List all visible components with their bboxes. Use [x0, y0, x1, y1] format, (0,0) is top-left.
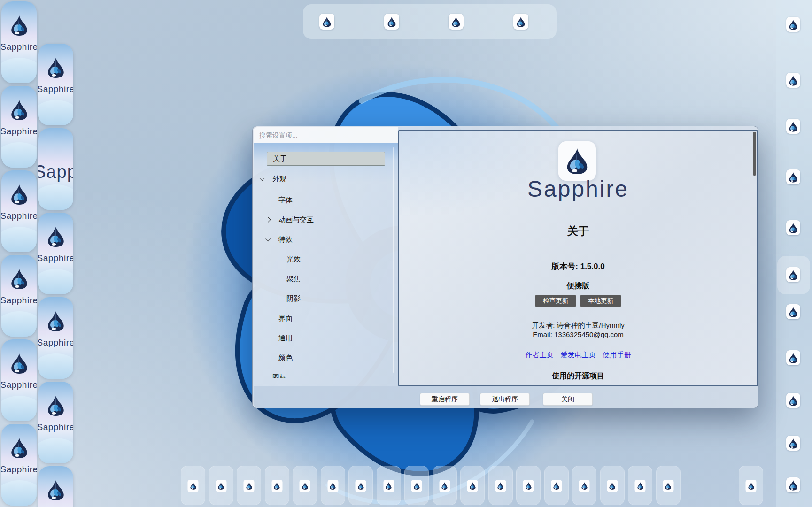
sapphire-dock-icon[interactable]: [786, 393, 800, 408]
tile-wave: [1, 311, 37, 337]
sapphire-dock-icon[interactable]: [786, 304, 800, 319]
sapphire-dock-tile[interactable]: [739, 466, 763, 505]
sapphire-dock-icon[interactable]: [786, 169, 800, 184]
tile-wave: [38, 100, 73, 125]
sapphire-dock-tile[interactable]: [544, 466, 569, 505]
sapphire-dock-tile[interactable]: [209, 466, 233, 505]
sapphire-dock-icon[interactable]: [786, 477, 800, 492]
desktop-tile[interactable]: Sapphire: [38, 297, 73, 379]
sapphire-drop-icon: [788, 307, 798, 317]
sidebar-item-icons[interactable]: 图标: [254, 371, 398, 378]
user-manual-link[interactable]: 使用手册: [603, 351, 631, 360]
tile-wave: [38, 184, 73, 210]
sapphire-dock-icon[interactable]: [786, 220, 800, 235]
desktop-tile[interactable]: Sapphire: [1, 339, 37, 421]
sapphire-dock-tile[interactable]: [181, 466, 205, 505]
edition-text: 便携版: [399, 281, 757, 291]
sapphire-dock-icon[interactable]: [786, 267, 800, 282]
desktop-tile[interactable]: Sapphire: [1, 170, 37, 252]
sidebar-scrollbar[interactable]: [393, 147, 394, 373]
sidebar-item-interface[interactable]: 界面: [254, 312, 398, 325]
about-content: Sapphire 关于 版本号: 1.5.0.0 便携版 检查更新 本地更新 开…: [399, 131, 757, 385]
window-footer: 重启程序 退出程序 关闭: [254, 386, 758, 408]
tile-label: Sapphire: [1, 42, 37, 52]
sidebar-item-animation[interactable]: 动画与交互: [254, 213, 398, 226]
sidebar-item-light-effects[interactable]: 光效: [254, 253, 398, 266]
desktop-tile[interactable]: Sapphire: [1, 86, 37, 168]
chevron-down-icon[interactable]: [259, 176, 264, 181]
desktop-tile[interactable]: Sapphire: [1, 424, 37, 506]
sapphire-dock-icon[interactable]: [786, 436, 800, 451]
sapphire-dock-tile[interactable]: [600, 466, 625, 505]
sapphire-dock-icon[interactable]: [384, 14, 399, 30]
sapphire-dock-tile[interactable]: [377, 466, 401, 505]
tile-label: Sapphire: [1, 380, 37, 390]
sapphire-dock-tile[interactable]: [656, 466, 681, 505]
author-homepage-link[interactable]: 作者主页: [526, 351, 554, 360]
desktop-tile[interactable]: Sapphire: [38, 382, 73, 463]
sidebar-item-focus[interactable]: 聚焦: [254, 272, 398, 285]
sapphire-dock-tile[interactable]: [348, 466, 373, 505]
sidebar-item-appearance[interactable]: 外观: [254, 172, 398, 185]
sapphire-dock-tile[interactable]: [572, 466, 596, 505]
close-button[interactable]: 关闭: [543, 393, 593, 406]
panel-scrollbar-thumb[interactable]: [753, 132, 756, 176]
sapphire-dock-icon: [244, 480, 255, 492]
email-line: Email: 1336325450@qq.com: [399, 330, 757, 339]
desktop-tile[interactable]: Sapphire: [38, 466, 73, 507]
sidebar-item-effects[interactable]: 特效: [254, 233, 398, 246]
sapphire-dock-icon: [356, 480, 366, 492]
sapphire-dock-tile[interactable]: [404, 466, 429, 505]
sidebar-item-font[interactable]: 字体: [254, 193, 398, 207]
sapphire-dock-icon: [411, 480, 422, 492]
chevron-right-icon[interactable]: [265, 217, 271, 222]
sapphire-dock-icon: [327, 480, 338, 492]
sapphire-dock-tile[interactable]: [628, 466, 652, 505]
sapphire-dock-icon[interactable]: [449, 14, 464, 30]
sapphire-dock-tile[interactable]: [433, 466, 457, 505]
tile-wave: [1, 227, 37, 252]
sapphire-dock-icon: [300, 480, 310, 492]
desktop-tile-zoomed[interactable]: Sapp: [38, 128, 73, 210]
sapphire-dock-tile[interactable]: [237, 466, 261, 505]
local-update-button[interactable]: 本地更新: [580, 295, 621, 307]
sapphire-dock-tile[interactable]: [293, 466, 317, 505]
sapphire-drop-icon: [609, 482, 616, 490]
sidebar-item-shadow[interactable]: 阴影: [254, 292, 398, 305]
sidebar-item-colors[interactable]: 颜色: [254, 351, 398, 364]
sapphire-drop-icon: [636, 482, 644, 490]
check-update-button[interactable]: 检查更新: [535, 295, 576, 307]
desktop-tile[interactable]: Sapphire: [1, 255, 37, 337]
sapphire-dock-tile[interactable]: [265, 466, 289, 505]
search-input[interactable]: [254, 127, 398, 143]
afdian-homepage-link[interactable]: 爱发电主页: [561, 351, 596, 360]
sapphire-dock-tile[interactable]: [488, 466, 513, 505]
desktop-tile[interactable]: Sapphire: [38, 44, 73, 125]
sapphire-dock-tile[interactable]: [516, 466, 541, 505]
sapphire-drop-icon: [788, 223, 798, 233]
restart-program-button[interactable]: 重启程序: [420, 393, 470, 406]
sapphire-dock-icon[interactable]: [786, 119, 800, 134]
sapphire-dock-icon[interactable]: [786, 350, 800, 365]
sapphire-dock-tile[interactable]: [321, 466, 345, 505]
sapphire-dock-icon[interactable]: [786, 73, 800, 88]
sapphire-dock-icon[interactable]: [513, 14, 528, 30]
sidebar-item-label: 字体: [278, 196, 293, 205]
sapphire-drop-icon: [788, 75, 798, 86]
sapphire-dock-tile[interactable]: [460, 466, 485, 505]
sapphire-dock-icon[interactable]: [786, 17, 800, 32]
desktop-tile[interactable]: Sapphire: [38, 213, 73, 294]
sidebar-item-label: 特效: [278, 235, 293, 244]
sapphire-drop-icon: [788, 121, 798, 132]
sapphire-drop-icon: [9, 15, 30, 36]
chevron-down-icon[interactable]: [265, 236, 271, 241]
sapphire-drop-icon: [580, 482, 588, 490]
sapphire-drop-icon: [217, 482, 225, 490]
sidebar-item-general[interactable]: 通用: [254, 331, 398, 345]
sapphire-drop-icon: [553, 482, 560, 490]
sapphire-drop-icon: [564, 147, 590, 175]
desktop-tile[interactable]: Sapphire: [1, 1, 37, 83]
sidebar-item-about[interactable]: 关于: [267, 152, 385, 166]
exit-program-button[interactable]: 退出程序: [480, 393, 530, 406]
sapphire-dock-icon[interactable]: [319, 14, 334, 30]
